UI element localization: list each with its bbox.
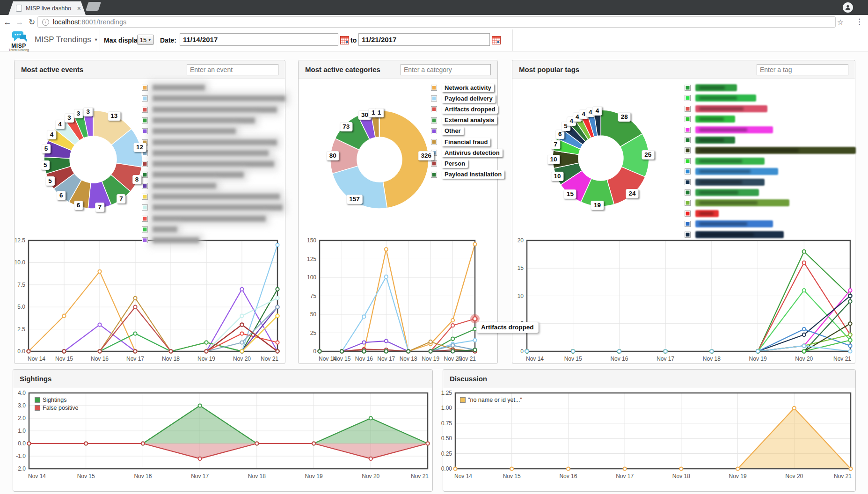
x-axis-tick-label: Nov 15 [77,473,95,479]
forward-button[interactable]: → [14,16,25,29]
category-legend-label: Other [442,127,464,135]
reload-button[interactable]: ↻ [26,16,37,29]
browser-menu-icon[interactable]: ⋮ [855,17,863,27]
blurred-tag-chip [695,199,789,206]
y-axis-tick-label: 150 [307,237,316,244]
pie-value-label: 5 [42,144,51,153]
new-tab-button[interactable] [86,2,101,11]
legend-item [142,138,277,146]
y-axis-tick-label: 0 [520,348,524,355]
legend-item [685,189,759,196]
legend-item: Artifacts dropped [431,105,498,113]
pie-value-label: 326 [418,151,434,160]
y-axis-tick-label: -2.0 [16,465,26,472]
panel-title: Most active categories [305,65,380,73]
line-series[interactable] [527,291,850,351]
y-axis-tick-label: 50 [310,311,317,318]
line-series[interactable] [527,301,850,351]
legend-item [142,160,274,168]
panel-most-active-categories: Most active categories 326157807330191 1… [298,60,498,364]
max-display-select[interactable]: 15▼ [137,35,154,45]
x-axis-tick-label: Nov 21 [458,356,476,362]
blurred-event-name [153,161,274,167]
x-axis-tick-label: Nov 16 [610,356,628,362]
legend-item: Payload delivery [431,94,496,102]
x-axis-tick-label: Nov 14 [28,356,45,362]
x-axis-tick-label: Nov 17 [377,356,395,362]
x-axis-tick-label: Nov 19 [749,356,767,362]
pie-value-label: 4 [55,120,65,129]
tag-search-input[interactable] [757,64,848,75]
misp-logo[interactable]: MISP Threat Sharing [7,30,31,51]
legend-item [685,84,737,92]
line-series[interactable] [527,324,850,351]
line-series[interactable] [320,244,475,351]
calendar-icon[interactable] [492,36,501,44]
legend-color-swatch [35,405,40,411]
x-axis-tick-label: Nov 17 [126,356,144,362]
legend-color-swatch [142,117,148,124]
category-search-input[interactable] [401,64,491,75]
bookmark-star-icon[interactable]: ☆ [837,18,844,27]
header-divider [512,29,513,51]
pie-value-label: 7 [117,194,126,203]
legend-item: Sightings [35,396,78,404]
blurred-event-name [153,117,255,124]
pie-value-label: 3 [65,113,74,123]
misp-logo-icon [7,30,31,43]
date-from-input[interactable] [180,33,338,46]
line-series[interactable] [527,334,850,351]
url-path: :8001/trendings [80,18,126,26]
y-axis-tick-label: 0.0 [18,440,26,447]
tab-close-icon[interactable]: × [77,5,81,12]
browser-tab[interactable]: MISP live dashboar × [8,1,86,15]
line-series[interactable] [527,262,850,351]
category-legend-label: External analysis [442,116,497,124]
panel-title: Sightings [20,375,51,383]
address-bar[interactable]: i localhost:8001/trendings [37,16,836,28]
legend-item [685,231,784,239]
blurred-event-name [153,128,236,134]
pie-value-label: 5 [45,176,55,186]
categories-line-chart: 1501251007550250Nov 14Nov 15Nov 16Nov 17… [299,236,498,364]
info-icon[interactable]: i [42,19,49,26]
category-legend-label: Person [442,160,468,168]
profile-icon[interactable] [843,2,853,13]
legend-color-swatch [35,397,40,403]
calendar-icon[interactable] [340,36,349,44]
x-axis-tick-label: Nov 20 [362,473,379,479]
line-series[interactable] [527,346,850,351]
line-series[interactable] [527,329,850,351]
line-series[interactable] [29,271,277,351]
x-axis-tick-label: Nov 19 [729,473,747,479]
tags-donut-chart: 2825241915101076544444 [540,88,695,238]
blurred-tag-chip [695,126,773,133]
panel-most-active-events: Most active events 13128776655544333 12.… [14,60,285,364]
blurred-tag-chip [695,94,756,102]
blurred-event-name [153,172,244,178]
line-series[interactable] [527,291,850,351]
date-to-label: to [350,36,357,44]
category-legend-label: Payload delivery [442,94,496,103]
panel-title: Discussion [450,375,487,383]
legend-item: "no name or id yet..." [460,396,522,404]
legend-item [142,236,199,244]
event-search-input[interactable] [187,64,278,75]
app-title-dropdown[interactable]: MISP Trendings▼ [35,35,98,44]
blurred-tag-chip [695,84,737,91]
pie-value-label: 6 [57,191,66,200]
line-series[interactable] [29,245,277,351]
category-legend-label: Payload installation [442,170,504,179]
back-button[interactable]: ← [2,16,13,29]
x-axis-tick-label: Nov 18 [672,473,690,479]
legend-label: Sightings [43,397,66,403]
date-to-input[interactable] [358,33,490,46]
pie-value-label: 24 [626,189,638,198]
legend-label: "no name or id yet..." [468,397,522,403]
legend-color-swatch [431,85,437,91]
panel-header: Most active events [15,60,285,79]
events-line-chart: 12.510.07.55.02.50.0Nov 14Nov 15Nov 16No… [15,236,286,364]
legend-color-swatch [685,106,691,112]
y-axis-tick-label: 0.25 [441,450,452,457]
legend-item [142,127,236,135]
